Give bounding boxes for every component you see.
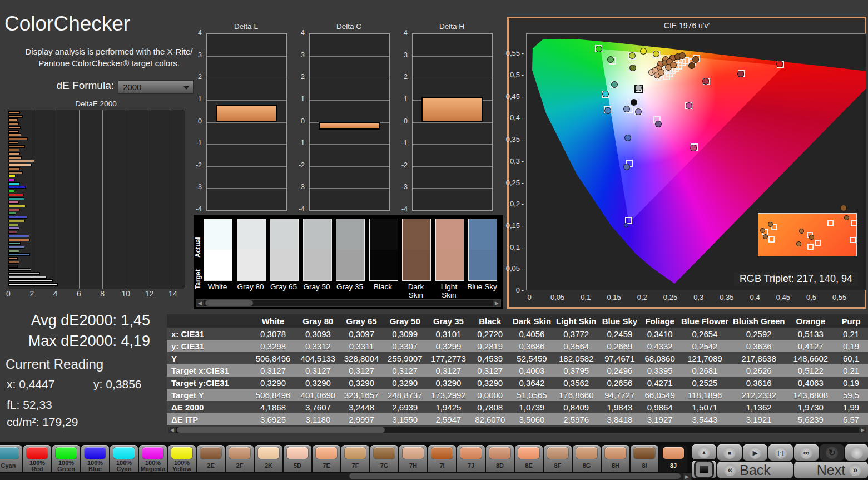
collapse-toolbar-button[interactable]: ▲ xyxy=(692,444,716,459)
patch-swatch[interactable] xyxy=(402,219,431,281)
column-header: Black xyxy=(470,314,510,328)
patch-tile-cyan[interactable]: Cyan xyxy=(0,445,22,472)
patch-tile-7j[interactable]: 7J xyxy=(457,445,485,472)
table-scroll-left-icon[interactable]: ◀ xyxy=(168,427,176,433)
table-cell: 0,21 xyxy=(834,328,868,340)
table-row: Target y:CIE310,32900,32900,32900,32900,… xyxy=(167,377,868,389)
tile-color-swatch xyxy=(431,447,453,459)
patch-tile-2e[interactable]: 2E xyxy=(197,445,225,472)
tile-color-swatch xyxy=(374,447,395,459)
gridline xyxy=(207,100,286,101)
patch-tile-7h[interactable]: 7H xyxy=(399,445,427,472)
patch-swatch[interactable] xyxy=(303,219,332,281)
y-tick-label: -3 xyxy=(393,183,408,191)
row-label: Target y:CIE31 xyxy=(167,377,250,389)
patch-tile-2f[interactable]: 2F xyxy=(226,445,254,472)
range-button[interactable]: [·] xyxy=(768,444,793,461)
patch-tile-8j[interactable]: 8J xyxy=(659,445,687,472)
table-cell: 0,3795 xyxy=(554,364,599,377)
next-button[interactable]: » Next xyxy=(794,462,868,478)
cie-x-tick-label: 0,2 xyxy=(631,293,653,301)
table-cell: 2,5947 xyxy=(426,413,470,425)
patch-tile-100-magenta[interactable]: 100%Magenta xyxy=(139,445,167,472)
patch-tile-8f[interactable]: 8F xyxy=(544,445,572,472)
swatch-label: Blue Sky xyxy=(466,283,498,291)
column-header: Light Skin xyxy=(554,314,599,328)
table-cell: 3,1180 xyxy=(296,413,340,425)
patch-swatch[interactable] xyxy=(435,219,464,281)
patch-tile-7f[interactable]: 7F xyxy=(341,445,369,472)
patch-tile-8h[interactable]: 8H xyxy=(602,445,629,472)
back-button[interactable]: « Back xyxy=(717,462,793,478)
patch-tile-7e[interactable]: 7E xyxy=(313,445,340,472)
patch-swatch[interactable] xyxy=(270,219,299,281)
tile-color-swatch xyxy=(403,447,424,459)
patch-tile-100-yellow[interactable]: 100%Yellow xyxy=(168,445,196,472)
patch-tile-8i[interactable]: 8I xyxy=(631,445,658,472)
tile-label: 7G xyxy=(370,460,398,471)
table-cell: 0,9864 xyxy=(641,401,679,413)
patch-tile-7g[interactable]: 7G xyxy=(370,445,398,472)
patch-swatch[interactable] xyxy=(468,219,497,281)
patch-tile-7i[interactable]: 7I xyxy=(428,445,456,472)
y-tick-label: 4 xyxy=(187,29,202,37)
toolbar-scroll-right-icon[interactable]: ▶ xyxy=(683,473,691,480)
row-label: ΔE ITP xyxy=(167,413,250,425)
gridline xyxy=(79,110,80,289)
patch-tile-100-cyan[interactable]: 100%Cyan xyxy=(110,445,138,472)
colorchecker-app: ColorChecker Display analysis is perform… xyxy=(0,0,868,480)
stop-button[interactable]: ■ xyxy=(717,444,742,461)
table-cell: 0,3290 xyxy=(296,377,340,389)
y-tick-label: 2 xyxy=(187,73,202,81)
table-cell: 0,3097 xyxy=(340,328,383,340)
cie-y-tick-label: 0,45 - xyxy=(505,92,524,101)
refresh-button[interactable]: ↻ xyxy=(820,444,844,461)
patch-tile-8g[interactable]: 8G xyxy=(573,445,601,472)
y-tick-label: -3 xyxy=(290,183,305,191)
swatch-scrollbar[interactable]: ◀ ▶ xyxy=(196,299,501,307)
patch-swatch[interactable] xyxy=(336,219,365,281)
column-header: Gray 35 xyxy=(426,314,470,328)
de-formula-label: dE Formula: xyxy=(22,80,114,92)
patch-swatch[interactable] xyxy=(369,219,398,281)
table-cell: 0,3127 xyxy=(340,364,383,377)
patch-swatch[interactable] xyxy=(237,219,266,281)
table-scroll-right-icon[interactable]: ▶ xyxy=(859,427,866,433)
patch-tile-2k[interactable]: 2K xyxy=(255,445,282,472)
table-scrollbar-thumb[interactable] xyxy=(177,427,385,433)
patch-tile-8e[interactable]: 8E xyxy=(515,445,543,472)
gridline xyxy=(413,144,492,145)
table-cell: 0,21 xyxy=(834,364,868,377)
cie-x-tick-label: 0 xyxy=(518,293,540,301)
window-pattern-button[interactable] xyxy=(692,461,716,478)
patch-tile-100-green[interactable]: 100%Green xyxy=(52,445,80,472)
patch-tile-100-blue[interactable]: 100%Blue xyxy=(81,445,109,472)
patch-tile-8d[interactable]: 8D xyxy=(486,445,514,472)
table-cell: 0,3290 xyxy=(340,377,383,389)
deltae-bar xyxy=(8,212,16,215)
y-tick-label: 2 xyxy=(393,73,408,81)
loop-button[interactable]: ∞ xyxy=(794,444,819,461)
toolbar-scrollbar-thumb[interactable] xyxy=(349,473,681,479)
column-header: Foliage xyxy=(641,314,679,328)
swatch-scrollbar-thumb[interactable] xyxy=(205,300,253,306)
measured-point-marker xyxy=(611,81,618,88)
gridline xyxy=(413,56,492,57)
play-button[interactable]: ▶ xyxy=(743,444,767,461)
table-cell: 0,2681 xyxy=(679,364,731,377)
de-formula-dropdown[interactable]: 2000 xyxy=(118,80,194,94)
deltae-bar xyxy=(8,122,19,125)
patch-tile-100-red[interactable]: 100%Red xyxy=(23,445,51,472)
scroll-left-icon[interactable]: ◀ xyxy=(196,300,204,306)
x-tick-label: 0 xyxy=(0,289,17,298)
swatch-actual-color xyxy=(370,219,398,250)
patch-swatch[interactable] xyxy=(204,219,232,281)
toolbar-scrollbar[interactable]: ▶ xyxy=(0,473,692,480)
measured-point-marker xyxy=(624,135,631,141)
scroll-right-icon[interactable]: ▶ xyxy=(493,300,500,306)
table-scrollbar[interactable]: ◀ ▶ xyxy=(168,426,867,434)
blank-button[interactable] xyxy=(845,444,868,461)
y-tick-label: 0 xyxy=(290,117,305,125)
cie-y-tick-label: 0,2 - xyxy=(505,200,524,208)
patch-tile-5d[interactable]: 5D xyxy=(284,445,311,472)
